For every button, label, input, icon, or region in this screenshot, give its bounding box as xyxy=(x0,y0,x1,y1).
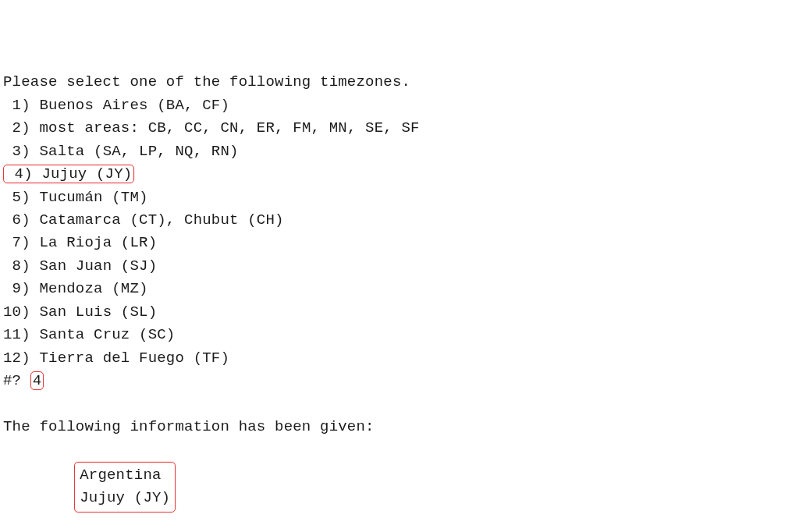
tz-option-label: most areas: CB, CC, CN, ER, FM, MN, SE, … xyxy=(39,119,419,137)
tz-option-label: Tucumán (TM) xyxy=(39,189,147,206)
selected-location-box: ArgentinaJujuy (JY) xyxy=(74,462,176,512)
tz-option-label: San Luis (SL) xyxy=(39,303,157,321)
user-input: 4 xyxy=(30,371,44,390)
tz-option[interactable]: 10) San Luis (SL) xyxy=(3,301,796,324)
tz-option[interactable]: 6) Catamarca (CT), Chubut (CH) xyxy=(3,209,796,232)
tz-option[interactable]: 3) Salta (SA, LP, NQ, RN) xyxy=(3,140,796,163)
tz-select-header: Please select one of the following timez… xyxy=(3,71,796,94)
tz-option-label: Catamarca (CT), Chubut (CH) xyxy=(39,211,283,229)
tz-option-label: Salta (SA, LP, NQ, RN) xyxy=(39,143,238,160)
tz-option[interactable]: 7) La Rioja (LR) xyxy=(3,232,796,254)
input-line[interactable]: #? 4 xyxy=(3,370,796,392)
tz-option[interactable]: 8) San Juan (SJ) xyxy=(3,255,796,278)
info-country: Argentina xyxy=(80,464,170,487)
tz-option[interactable]: 4) Jujuy (JY) xyxy=(3,163,796,186)
tz-option-label: Mendoza (MZ) xyxy=(39,280,147,297)
tz-option-label: Buenos Aires (BA, CF) xyxy=(39,97,229,114)
tz-option[interactable]: 5) Tucumán (TM) xyxy=(3,186,796,209)
tz-option[interactable]: 12) Tierra del Fuego (TF) xyxy=(3,347,796,370)
tz-option[interactable]: 9) Mendoza (MZ) xyxy=(3,278,796,300)
info-header: The following information has been given… xyxy=(3,416,796,438)
tz-option[interactable]: 11) Santa Cruz (SC) xyxy=(3,324,796,346)
tz-option-label: Santa Cruz (SC) xyxy=(39,326,175,343)
tz-option-label: Tierra del Fuego (TF) xyxy=(39,349,229,367)
tz-option-label: La Rioja (LR) xyxy=(39,234,157,251)
tz-option-label: San Juan (SJ) xyxy=(39,257,157,275)
info-region: Jujuy (JY) xyxy=(80,487,170,509)
tz-option-highlighted: 4) Jujuy (JY) xyxy=(3,165,134,183)
input-prompt: #? xyxy=(3,372,30,389)
tz-option[interactable]: 2) most areas: CB, CC, CN, ER, FM, MN, S… xyxy=(3,117,796,140)
tz-option[interactable]: 1) Buenos Aires (BA, CF) xyxy=(3,94,796,117)
